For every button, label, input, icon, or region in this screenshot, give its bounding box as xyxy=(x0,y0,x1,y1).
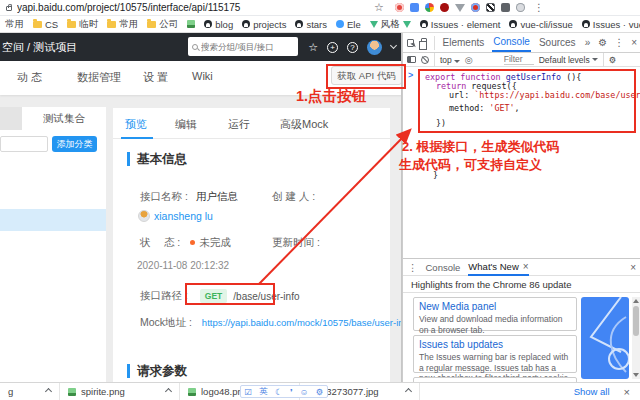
console-sidebar-icon[interactable] xyxy=(407,56,416,63)
chevron-down-icon[interactable] xyxy=(390,42,397,49)
scroll-down-icon[interactable] xyxy=(633,373,639,377)
get-api-code-button[interactable]: 获取 API 代码 xyxy=(331,66,402,85)
nav-item-activity[interactable]: 动 态 xyxy=(17,70,42,85)
devtools-menu-icon[interactable]: ⋮ xyxy=(614,37,624,48)
card-title-link[interactable]: New Media panel xyxy=(419,301,571,312)
scrollbar-thumb[interactable] xyxy=(633,306,639,336)
dark-mode-icon[interactable]: ☾ xyxy=(275,387,283,397)
yapi-header: 空间 / 测试项目 ☆ + ? xyxy=(0,33,402,61)
console-settings-icon[interactable]: ⚙ xyxy=(609,55,617,65)
inspect-element-icon[interactable] xyxy=(407,39,414,47)
chevron-up-icon[interactable] xyxy=(45,388,52,395)
extension-icon[interactable] xyxy=(471,3,480,12)
sidebar-search-input[interactable] xyxy=(0,136,48,152)
user-avatar[interactable] xyxy=(367,40,382,55)
bookmark-item[interactable]: 常用 xyxy=(107,18,138,31)
more-tabs-chevron[interactable]: » xyxy=(584,34,592,51)
whats-new-card[interactable]: Issues tab updates The Issues warning ba… xyxy=(413,335,577,373)
tab-sources[interactable]: Sources xyxy=(538,34,577,51)
yapi-search-box[interactable] xyxy=(188,37,298,56)
devtools-settings-icon[interactable]: ⚙ xyxy=(598,37,607,48)
punctuation-icon[interactable]: ❜ xyxy=(290,387,293,397)
tab-edit[interactable]: 编辑 xyxy=(175,117,197,132)
console-prompt[interactable]: > xyxy=(408,70,413,80)
code-token: url: xyxy=(449,90,474,100)
bookmark-star-icon[interactable]: ☆ xyxy=(374,2,384,13)
bookmark-item[interactable]: CS xyxy=(33,19,58,30)
bookmark-item[interactable]: 临时 xyxy=(67,18,98,31)
language-icon[interactable]: 英 xyxy=(259,386,268,398)
mock-url-link[interactable]: https://yapi.baidu.com/mock/10575/base/u… xyxy=(202,317,402,328)
creator-value[interactable]: xiansheng lu xyxy=(154,210,213,222)
status-label: 状 态 : xyxy=(140,236,180,248)
drawer-menu-icon[interactable]: ⋮ xyxy=(408,262,418,273)
status-dot xyxy=(190,240,195,245)
live-expression-icon[interactable]: ◎ xyxy=(465,55,473,65)
extension-icon[interactable] xyxy=(425,3,434,12)
show-all-button[interactable]: Show all xyxy=(564,386,620,397)
close-downloads-icon[interactable]: × xyxy=(620,386,640,398)
log-levels-dropdown[interactable]: Default levels xyxy=(539,55,598,65)
drawer-tab-whats-new[interactable]: What's New× xyxy=(468,259,528,276)
bookmark-item[interactable] xyxy=(187,20,195,28)
browser-menu-icon[interactable]: ⋮ xyxy=(534,2,544,13)
scroll-up-icon[interactable] xyxy=(633,299,639,303)
bookmark-item[interactable]: Issues · vuejs xyxy=(582,19,640,30)
close-drawer-icon[interactable]: × xyxy=(630,262,636,273)
bookmark-item[interactable]: 公司 xyxy=(147,18,178,31)
ime-settings-icon[interactable]: ⚙ xyxy=(316,387,324,397)
breadcrumb[interactable]: 空间 / 测试项目 xyxy=(2,40,77,55)
nav-item-settings[interactable]: 设 置 xyxy=(143,70,168,85)
download-item[interactable]: spirite.png xyxy=(60,383,180,400)
profile-avatar-icon[interactable] xyxy=(516,3,525,12)
tab-test-collection[interactable]: 测试集合 xyxy=(22,107,106,130)
vue-devtools-icon[interactable] xyxy=(455,4,465,12)
bookmark-item[interactable]: 风格 xyxy=(370,18,411,31)
search-input[interactable] xyxy=(201,42,291,52)
add-project-icon[interactable]: + xyxy=(327,42,338,53)
nav-item-wiki[interactable]: Wiki xyxy=(192,70,213,82)
extension-icon[interactable] xyxy=(395,3,404,12)
tab-console[interactable]: Console xyxy=(492,33,531,52)
bookmark-item[interactable]: blog xyxy=(204,19,233,30)
bookmark-item[interactable]: projects xyxy=(242,19,286,30)
tab-preview[interactable]: 预览 xyxy=(125,117,147,132)
extension-icon[interactable] xyxy=(440,3,449,12)
context-selector[interactable]: top xyxy=(440,55,460,65)
url-text[interactable]: yapi.baidu.com/project/10575/interface/a… xyxy=(17,2,369,13)
extension-icon[interactable] xyxy=(501,3,510,12)
sidebar-selected-item[interactable] xyxy=(0,209,106,231)
device-toolbar-icon[interactable] xyxy=(421,38,427,47)
download-item[interactable]: g xyxy=(0,383,60,400)
add-category-button[interactable]: 添加分类 xyxy=(52,136,97,152)
scrollbar[interactable] xyxy=(632,297,640,379)
clear-console-icon[interactable] xyxy=(421,56,429,64)
console-filter-input[interactable] xyxy=(504,55,534,65)
chevron-up-icon[interactable] xyxy=(405,388,412,395)
code-token: }) xyxy=(436,118,446,128)
extension-icon[interactable] xyxy=(410,3,419,12)
drawer-tab-console[interactable]: Console xyxy=(426,262,461,273)
whats-new-card[interactable]: New Media panel View and download media … xyxy=(413,297,577,331)
github-icon xyxy=(242,20,250,28)
help-icon[interactable]: ? xyxy=(347,42,358,53)
console-toolbar: top ◎ Default levels ⚙ xyxy=(403,53,640,67)
devtools-close-icon[interactable]: × xyxy=(631,37,637,48)
star-icon[interactable]: ☆ xyxy=(308,41,318,54)
bookmark-item[interactable]: vue-cli/issue xyxy=(509,19,572,30)
tab-run[interactable]: 运行 xyxy=(228,117,250,132)
bookmark-item[interactable]: Issues · element xyxy=(420,19,501,30)
bookmark-item[interactable]: Ele xyxy=(336,19,361,30)
close-tab-icon[interactable]: × xyxy=(523,261,529,272)
card-title-link[interactable]: Issues tab updates xyxy=(419,339,571,350)
bookmark-item[interactable]: stars xyxy=(295,19,327,30)
tab-advanced-mock[interactable]: 高级Mock xyxy=(280,117,328,132)
user-icon[interactable]: ☺ xyxy=(300,387,309,397)
tab-elements[interactable]: Elements xyxy=(442,34,486,51)
extension-icon[interactable] xyxy=(486,3,495,12)
nav-item-data-management[interactable]: 数据管理 xyxy=(77,70,121,85)
chevron-up-icon[interactable] xyxy=(165,388,172,395)
bookmark-item[interactable]: 常用 xyxy=(5,18,24,31)
creator-label: 创 建 人 : xyxy=(272,190,315,204)
handwriting-icon[interactable]: ☑ xyxy=(245,387,253,397)
